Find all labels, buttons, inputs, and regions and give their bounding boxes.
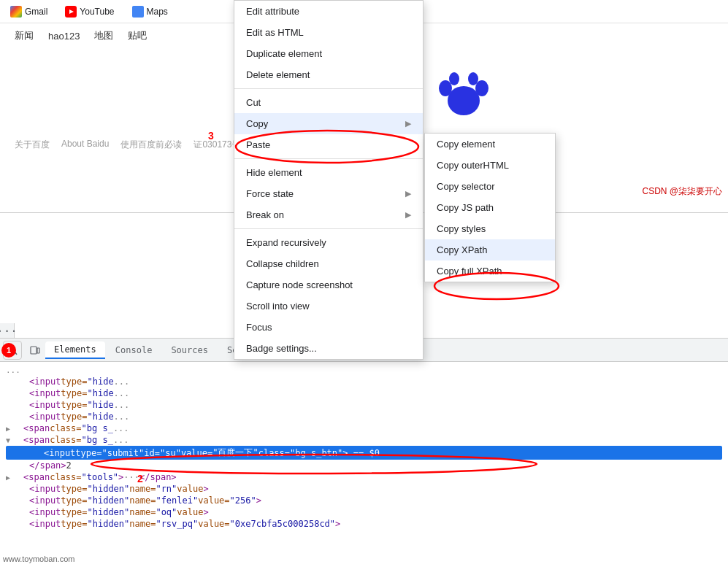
bookmark-maps[interactable]: Maps — [128, 4, 172, 19]
menu-item-force-state[interactable]: Force state ▶ — [234, 183, 423, 204]
submenu-copy-selector[interactable]: Copy selector — [425, 176, 555, 197]
code-line-8: </span> 2 — [6, 460, 722, 471]
footer-terms[interactable]: 使用百度前必读 — [120, 139, 182, 151]
code-line-11: <input type="hidden" name="fenlei" value… — [6, 495, 722, 506]
menu-item-badge[interactable]: Badge settings... — [234, 338, 423, 359]
ellipsis-button[interactable]: ... — [6, 365, 722, 376]
nav-ditu[interactable]: 地图 — [94, 29, 113, 42]
menu-item-edit-attribute[interactable]: Edit attribute — [234, 1, 423, 22]
svg-point-4 — [449, 72, 459, 85]
menu-item-capture[interactable]: Capture node screenshot — [234, 274, 423, 295]
maps-label: Maps — [147, 7, 168, 17]
devtools-panel: Elements Console Sources Security Lighth… — [0, 338, 728, 564]
submenu-copy-styles[interactable]: Copy styles — [425, 218, 555, 239]
nav-xinwen[interactable]: 新闻 — [15, 29, 34, 42]
svg-marker-0 — [69, 9, 74, 14]
svg-point-2 — [439, 80, 452, 96]
code-line-3: <input type="hide... — [6, 399, 722, 411]
menu-item-scroll[interactable]: Scroll into view — [234, 295, 423, 317]
separator-3 — [234, 228, 423, 229]
code-line-1: <input type="hide... — [6, 376, 722, 387]
annotation-1: 1 — [1, 343, 16, 358]
annotation-2: 2 — [137, 473, 143, 484]
submenu-copy-element[interactable]: Copy element — [425, 134, 555, 155]
bookmark-youtube[interactable]: YouTube — [61, 4, 118, 19]
menu-item-copy[interactable]: Copy ▶ — [234, 113, 423, 134]
csdn-badge: CSDN @柒柒要开心 — [642, 185, 722, 198]
bookmark-gmail[interactable]: Gmail — [6, 4, 52, 19]
tab-elements[interactable]: Elements — [45, 341, 105, 359]
svg-rect-7 — [31, 347, 37, 354]
code-line-4: <input type="hide... — [6, 411, 722, 422]
submenu-copy-full-xpath[interactable]: Copy full XPath — [425, 260, 555, 282]
code-line-6: ▼ <span class="bg s_... — [6, 434, 722, 446]
code-line-12: <input type="hidden" name="oq" value> — [6, 506, 722, 518]
code-line-9: ▶ <span class="tools">··· </span> — [6, 471, 722, 483]
devtools-code-area: ... <input type="hide... <input type="hi… — [0, 362, 728, 564]
annotation-3: 3 — [208, 130, 214, 142]
menu-item-break-on[interactable]: Break on ▶ — [234, 204, 423, 225]
footer-about-en[interactable]: About Baidu — [61, 139, 109, 151]
code-line-10: <input type="hidden" name="rn" value> — [6, 483, 722, 495]
nav-hao123[interactable]: hao123 — [48, 31, 80, 42]
menu-item-focus[interactable]: Focus — [234, 317, 423, 338]
menu-item-delete[interactable]: Delete element — [234, 64, 423, 85]
devtools-options-button[interactable]: ··· — [0, 323, 15, 338]
svg-rect-8 — [37, 348, 39, 353]
menu-item-paste[interactable]: Paste — [234, 134, 423, 155]
gmail-icon — [10, 6, 22, 18]
maps-icon — [132, 6, 144, 18]
menu-item-edit-html[interactable]: Edit as HTML — [234, 22, 423, 43]
toymoban-url: www.toymoban.com — [0, 554, 77, 564]
svg-point-3 — [475, 80, 488, 96]
separator-2 — [234, 158, 423, 159]
baidu-paw-icon — [431, 61, 497, 126]
context-menu: Edit attribute Edit as HTML Duplicate el… — [234, 0, 424, 360]
code-line-selected[interactable]: <input type="submit" id="su" value="百度一下… — [6, 446, 722, 460]
separator-1 — [234, 88, 423, 89]
menu-item-expand[interactable]: Expand recursively — [234, 232, 423, 253]
menu-item-cut[interactable]: Cut — [234, 92, 423, 113]
copy-submenu-arrow: ▶ — [405, 119, 411, 128]
tab-console[interactable]: Console — [107, 342, 161, 358]
copy-submenu: Copy element Copy outerHTML Copy selecto… — [424, 133, 556, 282]
code-line-13: <input type="hidden" name="rsv_pq" value… — [6, 518, 722, 530]
break-on-arrow: ▶ — [405, 210, 411, 220]
force-state-arrow: ▶ — [405, 189, 411, 198]
submenu-copy-xpath[interactable]: Copy XPath — [425, 239, 555, 260]
device-toolbar-button[interactable] — [26, 341, 44, 359]
submenu-copy-jspath[interactable]: Copy JS path — [425, 197, 555, 218]
youtube-label: YouTube — [80, 7, 114, 17]
gmail-label: Gmail — [25, 7, 47, 17]
svg-point-1 — [448, 86, 480, 115]
menu-item-collapse[interactable]: Collapse children — [234, 253, 423, 274]
submenu-copy-outerhtml[interactable]: Copy outerHTML — [425, 155, 555, 176]
nav-tieba[interactable]: 贴吧 — [128, 29, 147, 42]
footer-about[interactable]: 关于百度 — [15, 139, 50, 151]
tag-input-1: <input — [29, 376, 61, 387]
code-line-2: <input type="hide... — [6, 387, 722, 399]
code-line-5: ▶ <span class="bg s_... — [6, 422, 722, 434]
svg-point-5 — [468, 72, 478, 85]
menu-item-hide[interactable]: Hide element — [234, 162, 423, 183]
youtube-icon — [65, 6, 77, 18]
menu-item-duplicate[interactable]: Duplicate element — [234, 43, 423, 64]
tab-sources[interactable]: Sources — [162, 342, 217, 358]
